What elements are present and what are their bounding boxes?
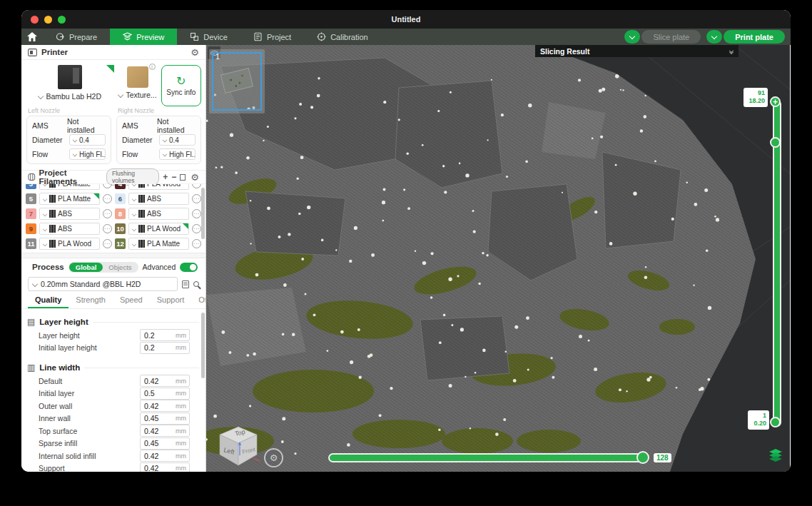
tab-preview[interactable]: Preview bbox=[110, 29, 177, 45]
close-window-button[interactable] bbox=[31, 16, 39, 24]
search-icon[interactable] bbox=[193, 281, 199, 287]
filament-item-9[interactable]: 9 ABS ··· bbox=[26, 223, 112, 235]
save-preset-icon[interactable] bbox=[182, 280, 189, 288]
print-dropdown-button[interactable] bbox=[706, 30, 722, 44]
filament-scrollbar[interactable] bbox=[201, 188, 205, 239]
layer-slider-upper-handle[interactable] bbox=[770, 137, 781, 148]
printer-select-card[interactable]: Bambu Lab H2D bbox=[26, 65, 114, 101]
initial-layer-line-width-input[interactable]: 0.5mm bbox=[140, 388, 190, 400]
layer-height-input[interactable]: 0.2mm bbox=[140, 329, 190, 341]
plate-thumbnail[interactable]: 1 bbox=[209, 49, 265, 113]
right-diameter-select[interactable]: 0.4 bbox=[159, 134, 196, 146]
filament-item-8[interactable]: 8 ABS ··· bbox=[115, 208, 201, 220]
filament-list: 3 PLA Matte ··· 4 PLA Wood ··· 5 bbox=[21, 184, 205, 253]
move-slider[interactable] bbox=[328, 453, 646, 462]
sync-info-button[interactable]: ↻ Sync info bbox=[161, 65, 201, 106]
setting-value: 0.42 bbox=[144, 402, 158, 410]
setting-label: Inner wall bbox=[39, 414, 71, 422]
navigation-cube[interactable]: Top Left Front bbox=[214, 422, 263, 470]
tab-project[interactable]: Project bbox=[240, 29, 304, 45]
layer-top-badge: 91 18.20 bbox=[744, 88, 768, 107]
filament-name: ABS bbox=[58, 210, 72, 218]
filament-item-10[interactable]: 10 PLA Wood ··· bbox=[115, 223, 201, 235]
tab-device[interactable]: Device bbox=[177, 29, 240, 45]
process-preset-select[interactable]: 0.20mm Standard @BBL H2D bbox=[28, 277, 178, 291]
filament-item-6[interactable]: 6 ABS ··· bbox=[115, 193, 201, 205]
setting-value: 0.45 bbox=[144, 439, 158, 447]
scope-global-button[interactable]: Global bbox=[69, 263, 103, 272]
ams-label: AMS bbox=[32, 121, 63, 130]
default-line-width-input[interactable]: 0.42mm bbox=[140, 375, 190, 387]
scope-objects-button[interactable]: Objects bbox=[103, 263, 137, 272]
plate-select-card[interactable]: i Texture... bbox=[118, 65, 156, 101]
tab-calibration[interactable]: Calibration bbox=[304, 29, 381, 45]
add-filament-button[interactable]: + bbox=[163, 173, 168, 181]
filament-settings-gear-icon[interactable]: ⚙ bbox=[191, 173, 199, 182]
info-icon[interactable]: i bbox=[149, 64, 156, 70]
setting-label: Sparse infill bbox=[39, 439, 77, 447]
layer-slider-top-handle[interactable]: + bbox=[770, 96, 781, 107]
flushing-volumes-button[interactable]: Flushing volumes bbox=[106, 168, 159, 186]
filament-edit-icon[interactable]: ··· bbox=[103, 239, 112, 248]
view-options-button[interactable]: ⚙ bbox=[264, 448, 283, 467]
filament-item-7[interactable]: 7 ABS ··· bbox=[26, 208, 112, 220]
slice-plate-button[interactable]: Slice plate bbox=[641, 30, 701, 44]
tab-quality[interactable]: Quality bbox=[28, 294, 68, 308]
print-plate-button[interactable]: Print plate bbox=[724, 30, 785, 44]
filament-edit-icon[interactable]: ··· bbox=[192, 194, 201, 203]
3d-viewport[interactable]: 1 Slicing Result + 91 18.20 bbox=[206, 45, 790, 472]
remove-filament-button[interactable]: − bbox=[171, 173, 176, 181]
tab-others[interactable]: Others bbox=[191, 294, 206, 308]
right-flow-select[interactable]: High Fl... bbox=[159, 148, 196, 160]
filament-name: ABS bbox=[147, 195, 161, 203]
filament-edit-icon[interactable]: ··· bbox=[192, 209, 201, 218]
advanced-toggle[interactable] bbox=[180, 263, 198, 272]
filament-edit-icon[interactable]: ··· bbox=[103, 224, 112, 233]
filament-edit-icon[interactable]: ··· bbox=[103, 184, 112, 188]
home-button[interactable] bbox=[21, 29, 43, 45]
zoom-window-button[interactable] bbox=[58, 16, 66, 24]
inner-wall-line-width-input[interactable]: 0.45mm bbox=[140, 413, 190, 425]
chevron-down-icon bbox=[711, 33, 717, 39]
tab-strength[interactable]: Strength bbox=[68, 294, 113, 308]
gear-icon: ⚙ bbox=[270, 452, 278, 463]
layers-view-button[interactable] bbox=[768, 447, 783, 463]
internal-solid-infill-line-width-input[interactable]: 0.42mm bbox=[140, 450, 190, 462]
settings-scrollbar[interactable] bbox=[201, 313, 205, 378]
filament-edit-icon[interactable]: ··· bbox=[192, 239, 201, 248]
filament-item-5[interactable]: 5 PLA Matte ··· bbox=[26, 193, 112, 205]
sync-ams-icon[interactable] bbox=[180, 174, 186, 181]
sparse-infill-line-width-input[interactable]: 0.45mm bbox=[140, 437, 190, 450]
filament-edit-icon[interactable]: ··· bbox=[192, 184, 201, 188]
filament-item-12[interactable]: 12 PLA Matte ··· bbox=[115, 238, 201, 250]
layer-range-slider[interactable] bbox=[773, 100, 781, 427]
chevron-down-icon bbox=[73, 152, 78, 157]
left-flow-select[interactable]: High Fl... bbox=[69, 148, 106, 160]
slicing-result-panel-header[interactable]: Slicing Result bbox=[535, 45, 739, 57]
collapse-chevron-icon[interactable] bbox=[729, 50, 734, 53]
tab-label: Project bbox=[267, 33, 291, 41]
tab-support[interactable]: Support bbox=[150, 294, 192, 308]
slice-dropdown-button[interactable] bbox=[624, 30, 640, 44]
top-surface-line-width-input[interactable]: 0.42mm bbox=[140, 425, 190, 437]
filament-item-11[interactable]: 11 PLA Wood ··· bbox=[26, 238, 112, 250]
bottom-layer-height: 0.20 bbox=[753, 420, 766, 427]
filament-edit-icon[interactable]: ··· bbox=[103, 194, 112, 203]
filament-edit-icon[interactable]: ··· bbox=[103, 209, 112, 218]
filament-item-3[interactable]: 3 PLA Matte ··· bbox=[26, 184, 112, 190]
filament-spool-icon bbox=[138, 195, 145, 203]
layer-slider-bottom-handle[interactable] bbox=[770, 417, 781, 427]
outer-wall-line-width-input[interactable]: 0.42mm bbox=[140, 400, 190, 412]
initial-layer-height-input[interactable]: 0.2mm bbox=[140, 342, 190, 354]
move-slider-handle[interactable] bbox=[636, 451, 649, 464]
filament-edit-icon[interactable]: ··· bbox=[192, 224, 201, 233]
printer-settings-gear-icon[interactable]: ⚙ bbox=[191, 48, 199, 57]
setting-row: Layer height 0.2mm bbox=[21, 329, 205, 342]
tab-prepare[interactable]: Prepare bbox=[43, 29, 110, 45]
filament-item-4[interactable]: 4 PLA Wood ··· bbox=[115, 184, 201, 190]
printer-section-header: Printer ⚙ bbox=[21, 45, 205, 60]
support-line-width-input[interactable]: 0.42mm bbox=[140, 462, 190, 472]
minimize-window-button[interactable] bbox=[44, 16, 52, 24]
tab-speed[interactable]: Speed bbox=[113, 294, 150, 308]
left-diameter-select[interactable]: 0.4 bbox=[69, 134, 106, 146]
